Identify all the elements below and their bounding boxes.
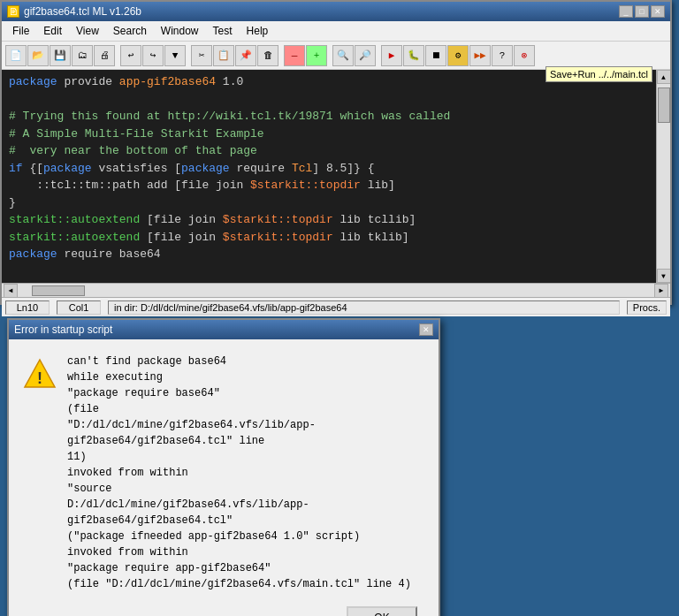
main-title-bar: 🖹 gif2base64.tcl ML v1.26b _ □ ✕	[2, 2, 670, 21]
tb-sep-4	[328, 45, 332, 66]
tb-sep-2	[187, 45, 190, 66]
status-col: Col1	[57, 300, 101, 315]
dialog-buttons: OK	[23, 606, 424, 616]
tb-cut-button[interactable]: ✂	[191, 45, 212, 66]
tb-delete-button[interactable]: 🗑	[257, 45, 278, 66]
error-line13: (file "D:/dl/dcl/mine/gif2base64.vfs/mai…	[67, 578, 411, 590]
error-dialog: Error in startup script ✕ ! can't find p…	[7, 318, 440, 616]
menu-test[interactable]: Test	[206, 23, 240, 39]
tb-plus-button[interactable]: +	[306, 45, 327, 66]
error-line5: "D:/dl/dcl/mine/gif2base64.vfs/lib/app-g…	[67, 419, 316, 447]
code-editor[interactable]: package provide app-gif2base64 1.0 # Try…	[2, 70, 656, 283]
tb-sep-5	[377, 45, 380, 66]
error-line3: "package require base64"	[67, 387, 220, 399]
vertical-scrollbar[interactable]: ▲ ▼	[656, 70, 670, 283]
menu-help[interactable]: Help	[240, 23, 276, 39]
dialog-close-button[interactable]: ✕	[419, 323, 433, 336]
error-line2: while executing	[67, 371, 163, 384]
error-message-text: can't find package base64 while executin…	[67, 354, 424, 592]
menu-file[interactable]: File	[5, 23, 36, 39]
tb-extra-button[interactable]: ⊗	[514, 45, 535, 66]
tb-search-button[interactable]: 🔍	[332, 45, 354, 66]
tb-redo-button[interactable]: ↪	[142, 45, 164, 66]
tb-paste-button[interactable]: 📌	[235, 45, 256, 66]
main-editor-window: 🖹 gif2base64.tcl ML v1.26b _ □ ✕ File Ed…	[0, 0, 672, 305]
tb-new-button[interactable]: 📄	[5, 45, 27, 66]
scroll-down-arrow[interactable]: ▼	[657, 269, 671, 283]
tb-minus-button[interactable]: —	[284, 45, 305, 66]
dialog-content: ! can't find package base64 while execut…	[23, 354, 424, 592]
tb-dropdown-button[interactable]: ▼	[164, 45, 186, 66]
tb-undo-button[interactable]: ↩	[120, 45, 141, 66]
scroll-thumb[interactable]	[658, 87, 670, 123]
minimize-button[interactable]: _	[619, 5, 633, 18]
error-line7: invoked from within	[67, 467, 188, 479]
tb-save-button[interactable]: 💾	[50, 45, 71, 66]
toolbar: 📄 📂 💾 🗂 🖨 ↩ ↪ ▼ ✂ 📋 📌 🗑 — + 🔍 🔎 ▶ 🐛 ⏹ ⚙ …	[2, 42, 670, 70]
status-dir: in dir: D:/dl/dcl/mine/gif2base64.vfs/li…	[108, 300, 620, 315]
dialog-title: Error in startup script	[14, 323, 112, 336]
scroll-left-arrow[interactable]: ◀	[4, 284, 18, 298]
toolbar-tooltip: Save+Run ../../main.tcl	[545, 66, 652, 82]
warning-triangle-svg: !	[23, 357, 57, 391]
error-line8: "source	[67, 483, 111, 495]
horizontal-scrollbar[interactable]: ◀ ▶	[2, 283, 670, 297]
status-line: Ln10	[5, 300, 50, 315]
menu-edit[interactable]: Edit	[36, 23, 69, 39]
tb-replace-button[interactable]: 🔎	[355, 45, 376, 66]
error-line10: ("package ifneeded app-gif2base64 1.0" s…	[67, 530, 360, 543]
status-procs: Procs.	[627, 300, 667, 315]
menu-bar: File Edit View Search Window Test Help	[2, 21, 670, 42]
error-line4: (file	[67, 403, 99, 415]
dialog-body: ! can't find package base64 while execut…	[9, 339, 439, 616]
tb-open-button[interactable]: 📂	[27, 45, 49, 66]
window-controls: _ □ ✕	[619, 5, 665, 18]
ok-button[interactable]: OK	[347, 606, 417, 616]
tb-save-all-button[interactable]: 🗂	[72, 45, 93, 66]
menu-search[interactable]: Search	[106, 23, 154, 39]
title-bar-left: 🖹 gif2base64.tcl ML v1.26b	[7, 5, 141, 18]
window-title: gif2base64.tcl ML v1.26b	[24, 5, 141, 18]
svg-text:!: !	[37, 369, 42, 387]
tb-sep-3	[279, 45, 283, 66]
tb-run2-button[interactable]: ▶▶	[469, 45, 491, 66]
maximize-button[interactable]: □	[635, 5, 649, 18]
tb-help-btn[interactable]: ?	[492, 45, 513, 66]
scroll-right-arrow[interactable]: ▶	[654, 284, 668, 298]
error-line9: D:/dl/dcl/mine/gif2base64.vfs/lib/app-gi…	[67, 498, 309, 527]
tb-print-button[interactable]: 🖨	[94, 45, 115, 66]
warning-icon: !	[23, 357, 57, 592]
error-line1: can't find package base64	[67, 355, 226, 368]
error-line11: invoked from within	[67, 546, 188, 559]
error-line6: 11)	[67, 451, 87, 463]
tb-run-button[interactable]: ▶	[381, 45, 402, 66]
menu-view[interactable]: View	[69, 23, 106, 39]
tb-copy-button[interactable]: 📋	[213, 45, 234, 66]
tb-debug-button[interactable]: 🐛	[403, 45, 424, 66]
tb-sep-1	[116, 45, 119, 66]
app-icon: 🖹	[7, 5, 19, 18]
code-area-wrapper: package provide app-gif2base64 1.0 # Try…	[2, 70, 670, 283]
close-button[interactable]: ✕	[651, 5, 665, 18]
tb-compile-button[interactable]: ⚙	[447, 45, 469, 66]
scroll-up-arrow[interactable]: ▲	[657, 70, 671, 84]
scroll-h-thumb[interactable]	[32, 285, 85, 296]
menu-window[interactable]: Window	[154, 23, 206, 39]
dialog-title-bar: Error in startup script ✕	[9, 320, 439, 339]
tb-stop-button[interactable]: ⏹	[425, 45, 446, 66]
status-bar: Ln10 Col1 in dir: D:/dl/dcl/mine/gif2bas…	[2, 297, 670, 316]
error-line12: "package require app-gif2base64"	[67, 562, 271, 574]
